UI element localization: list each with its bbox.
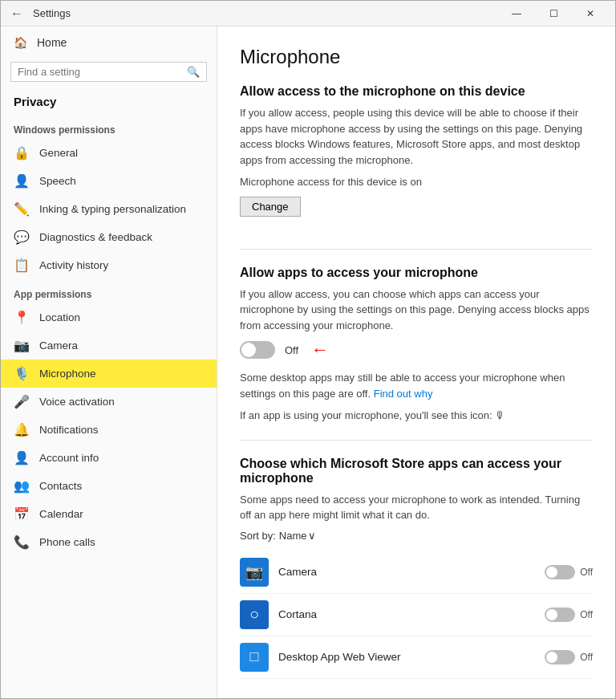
sidebar-item-activity-label: Activity history [39,259,108,271]
desktop-web-viewer-toggle-knob [546,652,557,663]
desktop-web-viewer-icon: □ [240,643,269,672]
cortana-app-icon: ○ [240,600,269,629]
cortana-app-name: Cortana [278,608,535,620]
sidebar-item-general[interactable]: 🔒 General [1,139,217,167]
section2-desc: If you allow access, you can choose whic… [240,287,593,334]
sidebar-item-diagnostics-label: Diagnostics & feedback [39,231,152,243]
contacts-icon: 👥 [14,478,30,494]
desktop-web-viewer-toggle[interactable] [545,650,575,664]
sidebar-item-inking[interactable]: ✏️ Inking & typing personalization [1,195,217,223]
search-box[interactable]: 🔍 [10,62,207,82]
change-button[interactable]: Change [240,197,301,217]
camera-sidebar-icon: 📷 [14,338,30,353]
cortana-toggle-knob [546,609,557,620]
sidebar-item-voice-label: Voice activation [39,396,115,408]
sidebar-item-voice[interactable]: 🎤 Voice activation [1,388,217,416]
sidebar-item-calendar-label: Calendar [39,508,83,520]
desktop-web-viewer-toggle-row: Off [545,650,593,664]
lock-icon: 🔒 [14,145,30,161]
camera-toggle-label: Off [580,567,593,578]
sidebar-item-location[interactable]: 📍 Location [1,303,217,331]
desktop-web-viewer-toggle-label: Off [580,652,593,663]
section1-desc: If you allow access, people using this d… [240,105,593,168]
cortana-toggle-row: Off [545,608,593,622]
sidebar-item-general-label: General [39,147,78,159]
minimize-button[interactable]: — [498,1,535,26]
toggle-state-label: Off [285,344,298,356]
sidebar-item-calendar[interactable]: 📅 Calendar [1,500,217,528]
desktop-web-viewer-name: Desktop App Web Viewer [278,651,535,663]
back-button[interactable]: ← [7,4,26,23]
apps-toggle-row: Off ← [240,339,593,360]
section3-title: Choose which Microsoft Store apps can ac… [240,457,593,486]
sidebar-item-speech-label: Speech [39,175,76,187]
main-content: Microphone Allow access to the microphon… [217,26,615,698]
calendar-icon: 📅 [14,506,30,522]
windows-permissions-label: Windows permissions [1,115,217,139]
microphone-sidebar-icon: 🎙️ [14,366,30,381]
sidebar-item-activity[interactable]: 📋 Activity history [1,251,217,279]
notifications-icon: 🔔 [14,422,30,437]
content-area: 🏠 Home 🔍 Privacy Windows permissions 🔒 G… [1,26,615,698]
speech-icon: 👤 [14,173,30,189]
account-icon: 👤 [14,450,30,465]
cortana-app-toggle[interactable] [545,608,575,622]
sidebar-item-contacts[interactable]: 👥 Contacts [1,472,217,500]
toggle-note1: Some desktop apps may still be able to a… [240,370,593,401]
app-row-desktop-web-viewer: □ Desktop App Web Viewer Off [240,636,593,679]
search-input[interactable] [18,66,187,78]
sidebar-item-phone[interactable]: 📞 Phone calls [1,528,217,556]
titlebar: ← Settings — ☐ ✕ [1,1,615,26]
inking-icon: ✏️ [14,201,30,217]
sidebar-item-phone-label: Phone calls [39,536,95,548]
sidebar-item-contacts-label: Contacts [39,480,82,492]
sidebar-item-account-label: Account info [39,452,99,464]
sidebar-item-camera[interactable]: 📷 Camera [1,331,217,360]
section2-title: Allow apps to access your microphone [240,266,593,280]
sidebar-item-location-label: Location [39,311,80,323]
cortana-toggle-label: Off [580,609,593,620]
voice-icon: 🎤 [14,394,30,409]
apps-access-toggle[interactable] [240,341,275,359]
microphone-inline-icon: 🎙 [495,409,505,421]
sidebar-item-notifications[interactable]: 🔔 Notifications [1,416,217,444]
sidebar: 🏠 Home 🔍 Privacy Windows permissions 🔒 G… [1,26,217,698]
page-title: Microphone [240,46,593,68]
maximize-button[interactable]: ☐ [535,1,572,26]
section3-desc: Some apps need to access your microphone… [240,492,593,523]
settings-window: ← Settings — ☐ ✕ 🏠 Home 🔍 Privacy Window… [0,0,616,699]
sidebar-item-account[interactable]: 👤 Account info [1,444,217,472]
location-icon: 📍 [14,310,30,325]
app-row-cortana: ○ Cortana Off [240,594,593,636]
privacy-label: Privacy [1,88,217,115]
arrow-indicator: ← [311,339,329,360]
sidebar-item-camera-label: Camera [39,339,78,352]
sidebar-item-diagnostics[interactable]: 💬 Diagnostics & feedback [1,223,217,251]
sort-dropdown[interactable]: Name ∨ [279,530,317,542]
camera-app-icon: 📷 [240,558,269,587]
phone-icon: 📞 [14,534,30,550]
sidebar-item-microphone[interactable]: 🎙️ Microphone [1,360,217,388]
device-status: Microphone access for this device is on [240,174,593,190]
divider1 [240,249,593,250]
diagnostics-icon: 💬 [14,230,30,245]
window-controls: — ☐ ✕ [498,1,609,26]
toggle-knob [241,343,256,357]
sort-value: Name [279,530,307,542]
icon-note: If an app is using your microphone, you'… [240,408,593,424]
sidebar-home-label: Home [37,36,67,49]
sidebar-item-notifications-label: Notifications [39,424,99,436]
chevron-down-icon: ∨ [308,530,316,542]
sort-row: Sort by: Name ∨ [240,530,593,542]
find-out-why-link[interactable]: Find out why [374,388,433,400]
close-button[interactable]: ✕ [572,1,609,26]
camera-toggle-row: Off [545,565,593,579]
search-icon: 🔍 [187,66,200,78]
activity-icon: 📋 [14,258,30,273]
camera-app-toggle[interactable] [545,565,575,579]
app-row-camera: 📷 Camera Off [240,551,593,594]
sidebar-item-speech[interactable]: 👤 Speech [1,167,217,195]
sidebar-item-home[interactable]: 🏠 Home [1,26,217,59]
divider2 [240,440,593,441]
camera-toggle-knob [546,567,557,578]
